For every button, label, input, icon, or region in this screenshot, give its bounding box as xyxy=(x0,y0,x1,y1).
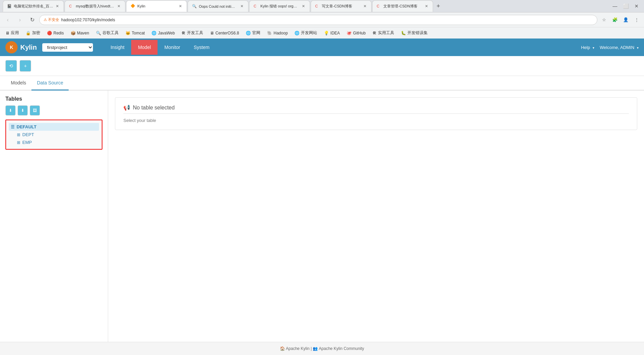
tab-close-4[interactable]: ✕ xyxy=(240,3,244,9)
bookmarks-bar: 🖥 应用 🔒 加密 🔴 Redis 📦 Maven 🔍 谷歌工具 🐱 Tomca… xyxy=(0,27,644,39)
tab-favicon-7: C xyxy=(377,4,381,9)
tab-close-6[interactable]: ✕ xyxy=(363,3,367,9)
bookmark-label-utils: 实用工具 xyxy=(378,30,394,36)
address-input-container[interactable]: ⚠ 不安全 hadoop102:7070/kylin/models xyxy=(39,15,597,25)
bookmark-utils[interactable]: 🛠 实用工具 xyxy=(370,29,397,37)
forward-button[interactable]: › xyxy=(15,15,25,25)
tab-close-1[interactable]: ✕ xyxy=(55,3,59,9)
bookmark-idea[interactable]: 💡 IDEA xyxy=(321,29,342,37)
new-tab-button[interactable]: + xyxy=(434,1,443,11)
tab-models[interactable]: Models xyxy=(5,76,31,91)
tree-node-label-dept: DEPT xyxy=(22,132,34,137)
extensions-button[interactable]: 🧩 xyxy=(610,15,620,25)
maximize-button[interactable]: ⬜ xyxy=(621,1,630,11)
address-bar: ‹ › ↻ ⚠ 不安全 hadoop102:7070/kylin/models … xyxy=(0,12,644,27)
bookmark-google-tools[interactable]: 🔍 谷歌工具 xyxy=(93,29,121,37)
browser-tab-5[interactable]: C Kylin 报错 oops! org… ✕ xyxy=(249,0,310,12)
debug-icon: 🐛 xyxy=(401,31,406,35)
megaphone-icon: 📢 xyxy=(123,104,130,111)
menu-button[interactable]: ⋮ xyxy=(632,15,641,25)
default-node-icon: ☰ xyxy=(11,125,15,129)
tab-title-1: 电脑笔记软件排名_百… xyxy=(14,4,53,9)
welcome-button[interactable]: Welcome, ADMIN ▾ xyxy=(600,45,639,50)
image-icon: 🖼 xyxy=(33,108,37,113)
apps-icon: 🖥 xyxy=(5,31,9,35)
bookmark-apps[interactable]: 🖥 应用 xyxy=(3,29,22,37)
tab-datasource[interactable]: Data Source xyxy=(31,76,69,91)
tab-close-7[interactable]: ✕ xyxy=(424,3,429,9)
bookmark-label-tomcat: Tomcat xyxy=(132,31,145,35)
footer-community[interactable]: Apache Kylin Community xyxy=(319,346,364,351)
welcome-label: Welcome, ADMIN xyxy=(600,45,634,50)
back-button[interactable]: ‹ xyxy=(3,15,13,25)
bookmark-star-button[interactable]: ☆ xyxy=(599,15,609,25)
nav-item-model[interactable]: Model xyxy=(131,40,158,55)
bookmark-label-apps: 应用 xyxy=(11,30,19,36)
welcome-dropdown-arrow: ▾ xyxy=(637,46,639,50)
browser-frame: 📓 电脑笔记软件排名_百… ✕ C mysql数据导入hivedt… ✕ 🔶 K… xyxy=(0,0,644,355)
footer-apache-kylin[interactable]: Apache Kylin xyxy=(286,346,310,351)
tree-node-default[interactable]: ☰ DEFAULT xyxy=(9,123,99,131)
bookmark-devtools[interactable]: 🛠 开发工具 xyxy=(179,29,206,37)
svg-text:K: K xyxy=(10,45,13,50)
download2-icon: ⬇ xyxy=(21,108,24,113)
browser-tab-7[interactable]: C 文章管理-CSDN博客 ✕ xyxy=(372,0,433,12)
no-table-title: 📢 No table selected xyxy=(123,104,629,111)
maven-icon: 📦 xyxy=(71,31,76,35)
project-selector[interactable]: firstproject xyxy=(42,43,93,52)
close-button[interactable]: ✕ xyxy=(632,1,641,11)
bookmark-devsite[interactable]: 🌐 开发网站 xyxy=(292,29,320,37)
panel-download-button-1[interactable]: ⬇ xyxy=(5,105,16,116)
bookmark-label-javaweb: JavaWeb xyxy=(158,31,175,35)
nav-item-insight[interactable]: Insight xyxy=(104,40,131,55)
browser-tab-4[interactable]: 🔍 Oops Could not initi… ✕ xyxy=(188,0,248,12)
browser-tab-6[interactable]: C 写文章-CSDN博客 ✕ xyxy=(311,0,372,12)
left-panel: Tables ⬇ ⬇ 🖼 ☰ DEFAULT xyxy=(0,91,108,342)
encrypt-icon: 🔒 xyxy=(26,31,31,35)
help-button[interactable]: Help ▾ xyxy=(581,45,594,50)
bookmark-hadoop[interactable]: 🐘 Hadoop xyxy=(264,29,290,37)
tab-close-5[interactable]: ✕ xyxy=(301,3,306,9)
help-dropdown-arrow: ▾ xyxy=(593,46,594,50)
bookmark-javaweb[interactable]: 🌐 JavaWeb xyxy=(149,29,177,37)
download1-icon: ⬇ xyxy=(9,108,12,113)
panel-download-button-2[interactable]: ⬇ xyxy=(18,105,28,116)
tree-node-emp[interactable]: ⊞ EMP xyxy=(9,138,99,146)
bookmark-tomcat[interactable]: 🐱 Tomcat xyxy=(123,29,148,37)
emp-node-icon: ⊞ xyxy=(17,140,20,145)
profile-button[interactable]: 👤 xyxy=(621,15,630,25)
browser-tab-1[interactable]: 📓 电脑笔记软件排名_百… ✕ xyxy=(3,0,64,12)
javaweb-icon: 🌐 xyxy=(151,31,157,35)
tab-close-2[interactable]: ✕ xyxy=(117,3,121,9)
bookmark-official[interactable]: 🌐 官网 xyxy=(243,29,263,37)
tab-title-3: Kylin xyxy=(137,4,176,8)
minimize-button[interactable]: — xyxy=(610,1,620,11)
browser-tab-2[interactable]: C mysql数据导入hivedt… ✕ xyxy=(65,0,125,12)
tree-node-dept[interactable]: ⊞ DEPT xyxy=(9,131,99,138)
bookmark-encrypt[interactable]: 🔒 加密 xyxy=(23,29,43,37)
action-bar: ⟲ + xyxy=(0,56,644,76)
devsite-icon: 🌐 xyxy=(294,31,300,35)
share-button[interactable]: ⟲ xyxy=(5,60,17,72)
share-icon: ⟲ xyxy=(9,63,13,69)
nav-item-system[interactable]: System xyxy=(187,40,216,55)
main-content: Tables ⬇ ⬇ 🖼 ☰ DEFAULT xyxy=(0,91,644,342)
bookmark-label-redis: Redis xyxy=(53,31,64,35)
bookmark-debug[interactable]: 🐛 开发错误集 xyxy=(398,29,430,37)
bookmark-github[interactable]: 🐙 GitHub xyxy=(344,29,368,37)
add-icon: + xyxy=(24,63,27,69)
browser-tab-3[interactable]: 🔶 Kylin ✕ xyxy=(126,0,187,12)
tab-close-3[interactable]: ✕ xyxy=(178,3,183,9)
nav-item-monitor[interactable]: Monitor xyxy=(158,40,187,55)
panel-image-button[interactable]: 🖼 xyxy=(30,105,40,116)
bookmark-label-debug: 开发错误集 xyxy=(407,30,428,36)
no-table-box: 📢 No table selected Select your table xyxy=(115,97,637,130)
add-button[interactable]: + xyxy=(20,60,31,72)
bookmark-centos[interactable]: 🖥 CenterOS6.8 xyxy=(207,29,242,37)
bookmark-maven[interactable]: 📦 Maven xyxy=(68,29,92,37)
kylin-logo: K Kylin xyxy=(5,41,37,53)
reload-button[interactable]: ↻ xyxy=(27,15,37,25)
tree-node-label-emp: EMP xyxy=(22,140,32,145)
panel-actions: ⬇ ⬇ 🖼 xyxy=(5,105,102,116)
bookmark-redis[interactable]: 🔴 Redis xyxy=(44,29,67,37)
